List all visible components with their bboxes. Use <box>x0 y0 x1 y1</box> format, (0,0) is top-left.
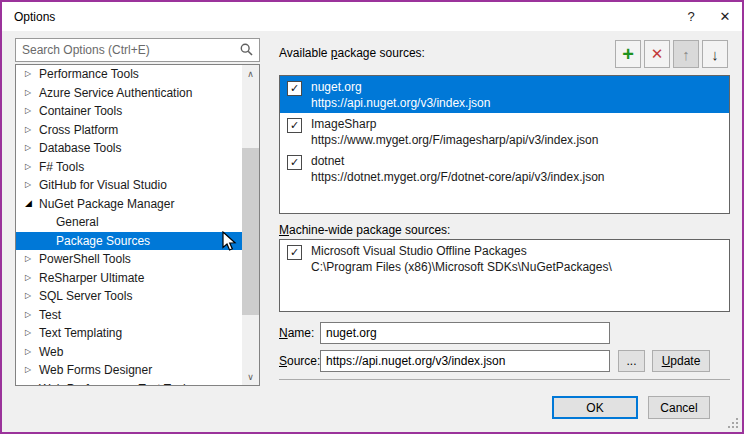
move-up-button[interactable]: ↑ <box>673 40 699 68</box>
window-title: Options <box>2 10 55 24</box>
tree-item-label: Web Performance Test Tools <box>39 382 192 386</box>
tree-item-general[interactable]: General <box>16 213 242 232</box>
chevron-right-icon: ▷ <box>25 181 39 189</box>
tree-item-web-forms-designer[interactable]: ▷Web Forms Designer <box>16 361 242 380</box>
arrow-down-icon: ↓ <box>711 46 719 63</box>
checkbox-checked[interactable]: ✓ <box>287 245 302 260</box>
source-name: Microsoft Visual Studio Offline Packages <box>311 243 612 259</box>
tree-item-powershell-tools[interactable]: ▷PowerShell Tools <box>16 250 242 269</box>
source-url: https://dotnet.myget.org/F/dotnet-core/a… <box>311 169 605 185</box>
arrow-up-icon: ↑ <box>682 46 690 63</box>
source-name: ImageSharp <box>311 116 598 132</box>
tree-item-database-tools[interactable]: ▷Database Tools <box>16 139 242 158</box>
chevron-right-icon: ▷ <box>25 144 39 152</box>
tree-item-label: Package Sources <box>56 234 150 248</box>
source-name: nuget.org <box>311 79 490 95</box>
chevron-expanded-icon: ◢ <box>25 199 39 208</box>
package-source-row-imagesharp[interactable]: ✓ ImageSharp https://www.myget.org/F/ima… <box>280 113 729 150</box>
tree-item-web[interactable]: ▷Web <box>16 343 242 362</box>
tree-item-label: Cross Platform <box>39 123 118 137</box>
chevron-right-icon: ▷ <box>25 311 39 319</box>
tree-item-package-sources[interactable]: Package Sources <box>16 232 242 251</box>
move-down-button[interactable]: ↓ <box>702 40 728 68</box>
tree-item-nuget-package-manager[interactable]: ◢NuGet Package Manager <box>16 195 242 214</box>
tree-item-cross-platform[interactable]: ▷Cross Platform <box>16 121 242 140</box>
add-source-button[interactable]: + <box>615 40 641 68</box>
chevron-right-icon: ▷ <box>25 385 39 386</box>
check-icon: ✓ <box>290 120 299 131</box>
chevron-right-icon: ▷ <box>25 274 39 282</box>
tree-item-label: General <box>56 215 99 229</box>
scrollbar-up-icon[interactable]: ∧ <box>242 65 259 82</box>
tree-item-azure-service-authentication[interactable]: ▷Azure Service Authentication <box>16 84 242 103</box>
search-input[interactable] <box>15 38 260 62</box>
tree-item-github-for-visual-studio[interactable]: ▷GitHub for Visual Studio <box>16 176 242 195</box>
chevron-right-icon: ▷ <box>25 348 39 356</box>
title-bar: Options ? ✕ <box>2 2 742 31</box>
tree-item-performance-tools[interactable]: ▷Performance Tools <box>16 65 242 84</box>
tree-item-label: Azure Service Authentication <box>39 86 192 100</box>
cancel-button[interactable]: Cancel <box>648 396 710 419</box>
delete-x-icon: ✕ <box>651 45 664 63</box>
tree-item-label: Web Forms Designer <box>39 363 152 377</box>
scrollbar-down-icon[interactable]: ∨ <box>242 368 259 385</box>
close-button[interactable]: ✕ <box>708 2 742 31</box>
tree-item-label: Container Tools <box>39 104 122 118</box>
remove-source-button[interactable]: ✕ <box>644 40 670 68</box>
chevron-right-icon: ▷ <box>25 292 39 300</box>
available-package-sources-list: ✓ nuget.org https://api.nuget.org/v3/ind… <box>279 75 730 214</box>
tree-item-label: Performance Tools <box>39 67 139 81</box>
check-icon: ✓ <box>290 83 299 94</box>
check-icon: ✓ <box>290 157 299 168</box>
chevron-right-icon: ▷ <box>25 163 39 171</box>
name-label: Name: <box>279 326 314 340</box>
ok-button[interactable]: OK <box>552 396 638 419</box>
source-field[interactable] <box>320 350 610 372</box>
tree-item-label: ReSharper Ultimate <box>39 271 144 285</box>
tree-item-sql-server-tools[interactable]: ▷SQL Server Tools <box>16 287 242 306</box>
tree-item-label: PowerShell Tools <box>39 252 131 266</box>
source-label: Source: <box>279 354 320 368</box>
resize-grip[interactable] <box>728 418 738 428</box>
options-tree: ▷Performance Tools ▷Azure Service Authen… <box>15 64 260 386</box>
chevron-right-icon: ▷ <box>25 89 39 97</box>
package-source-row-dotnet[interactable]: ✓ dotnet https://dotnet.myget.org/F/dotn… <box>280 150 729 187</box>
source-name: dotnet <box>311 153 605 169</box>
source-url: https://www.myget.org/F/imagesharp/api/v… <box>311 132 598 148</box>
available-package-sources-label: Available package sources: <box>279 46 425 60</box>
tree-item-text-templating[interactable]: ▷Text Templating <box>16 324 242 343</box>
chevron-right-icon: ▷ <box>25 70 39 78</box>
machine-wide-sources-label: Machine-wide package sources: <box>279 223 450 237</box>
tree-item-label: Web <box>39 345 63 359</box>
update-button[interactable]: Update <box>652 350 710 372</box>
chevron-right-icon: ▷ <box>25 107 39 115</box>
tree-item-container-tools[interactable]: ▷Container Tools <box>16 102 242 121</box>
chevron-right-icon: ▷ <box>25 366 39 374</box>
tree-item-fsharp-tools[interactable]: ▷F# Tools <box>16 158 242 177</box>
machine-wide-sources-list: ✓ Microsoft Visual Studio Offline Packag… <box>279 239 730 312</box>
package-source-row-nuget[interactable]: ✓ nuget.org https://api.nuget.org/v3/ind… <box>280 76 729 113</box>
machine-source-row-offline-packages[interactable]: ✓ Microsoft Visual Studio Offline Packag… <box>280 240 729 277</box>
checkbox-checked[interactable]: ✓ <box>287 155 302 170</box>
tree-scrollbar[interactable]: ∧ ∨ <box>242 65 259 385</box>
browse-button[interactable]: ... <box>618 350 645 372</box>
scrollbar-thumb[interactable] <box>242 148 259 315</box>
tree-item-label: Test <box>39 308 61 322</box>
chevron-right-icon: ▷ <box>25 255 39 263</box>
search-icon <box>240 43 253 56</box>
tree-item-resharper-ultimate[interactable]: ▷ReSharper Ultimate <box>16 269 242 288</box>
name-field[interactable] <box>320 322 610 344</box>
source-url: C:\Program Files (x86)\Microsoft SDKs\Nu… <box>311 259 612 275</box>
tree-item-label: Text Templating <box>39 326 122 340</box>
tree-item-label: SQL Server Tools <box>39 289 132 303</box>
tree-item-web-performance-test-tools[interactable]: ▷Web Performance Test Tools <box>16 380 242 387</box>
checkbox-checked[interactable]: ✓ <box>287 81 302 96</box>
tree-item-label: F# Tools <box>39 160 84 174</box>
checkbox-checked[interactable]: ✓ <box>287 118 302 133</box>
separator <box>279 379 730 380</box>
check-icon: ✓ <box>290 247 299 258</box>
tree-item-label: NuGet Package Manager <box>39 197 174 211</box>
help-button[interactable]: ? <box>674 2 708 31</box>
tree-item-test[interactable]: ▷Test <box>16 306 242 325</box>
plus-icon: + <box>622 43 634 66</box>
